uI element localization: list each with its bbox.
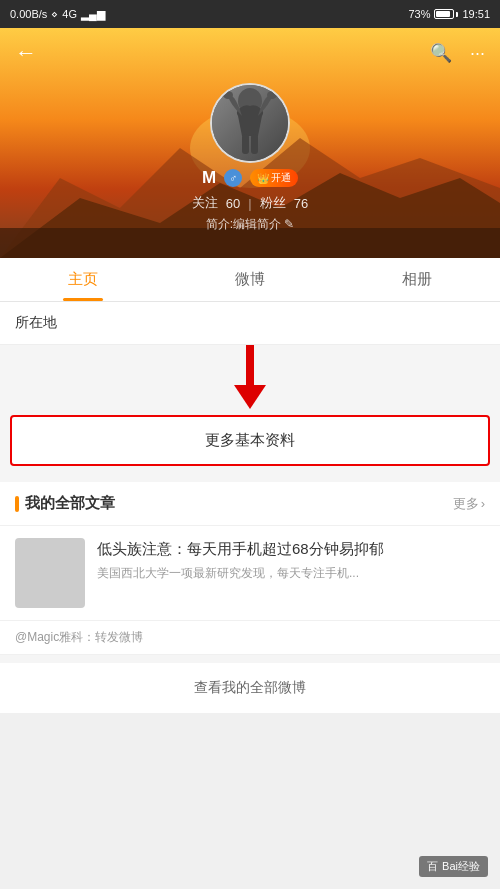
stats-divider: | xyxy=(248,196,251,211)
location-row: 所在地 xyxy=(0,302,500,345)
articles-title-row: 我的全部文章 xyxy=(15,494,115,513)
profile-name: M xyxy=(202,168,216,188)
gender-badge: ♂ xyxy=(224,169,242,187)
profile-header: ← 🔍 ··· xyxy=(0,28,500,258)
fans-count: 76 xyxy=(294,196,308,211)
arrow-annotation xyxy=(234,345,266,409)
baidu-watermark: 百 Bai经验 xyxy=(419,856,488,877)
svg-point-7 xyxy=(267,91,277,99)
arrow-head xyxy=(234,385,266,409)
gender-icon: ♂ xyxy=(229,172,237,184)
avatar-image xyxy=(212,85,288,161)
network-speed: 0.00B/s xyxy=(10,8,47,20)
vip-label: 开通 xyxy=(271,171,291,185)
tab-indicator xyxy=(63,298,103,301)
profile-name-row: M ♂ 👑 开通 xyxy=(202,168,298,188)
stats-row: 关注 60 | 粉丝 76 xyxy=(192,194,308,212)
orange-bar xyxy=(15,496,19,512)
signal-bars: ▂▄▆ xyxy=(81,8,105,21)
wifi-icon: ⋄ xyxy=(51,8,58,21)
follow-label: 关注 xyxy=(192,194,218,212)
avatar[interactable] xyxy=(210,83,290,163)
svg-point-6 xyxy=(223,91,233,99)
article-item[interactable]: 低头族注意：每天用手机超过68分钟易抑郁 美国西北大学一项最新研究发现，每天专注… xyxy=(0,526,500,621)
tabs-container: 主页 微博 相册 xyxy=(0,258,500,302)
baidu-icon: 百 xyxy=(427,859,438,874)
status-right: 73% 19:51 xyxy=(408,8,490,20)
more-chevron: › xyxy=(481,496,485,511)
arrow-body xyxy=(246,345,254,385)
intro-row: 简介:编辑简介 ✎ xyxy=(206,216,295,233)
nav-actions: 🔍 ··· xyxy=(430,42,485,64)
search-button[interactable]: 🔍 xyxy=(430,42,452,64)
follow-count: 60 xyxy=(226,196,240,211)
top-nav: ← 🔍 ··· xyxy=(0,28,500,78)
article-content: 低头族注意：每天用手机超过68分钟易抑郁 美国西北大学一项最新研究发现，每天专注… xyxy=(97,538,485,608)
intro-text: 简介:编辑简介 xyxy=(206,217,281,231)
tab-weibo[interactable]: 微博 xyxy=(167,258,334,301)
avatar-container xyxy=(210,83,290,163)
articles-header: 我的全部文章 更多 › xyxy=(0,482,500,526)
location-label: 所在地 xyxy=(15,314,57,330)
battery-percent: 73% xyxy=(408,8,430,20)
svg-rect-9 xyxy=(251,134,258,154)
articles-title: 我的全部文章 xyxy=(25,494,115,513)
more-info-button[interactable]: 更多基本资料 xyxy=(10,415,490,466)
time: 19:51 xyxy=(462,8,490,20)
article-source: @Magic雅科：转发微博 xyxy=(0,621,500,655)
more-button[interactable]: ··· xyxy=(470,43,485,64)
baidu-label: Bai经验 xyxy=(442,859,480,874)
article-thumbnail xyxy=(15,538,85,608)
view-all-weibo-button[interactable]: 查看我的全部微博 xyxy=(0,663,500,713)
more-info-section: 更多基本资料 xyxy=(0,345,500,474)
article-title: 低头族注意：每天用手机超过68分钟易抑郁 xyxy=(97,538,485,559)
battery-icon xyxy=(434,9,458,19)
svg-rect-8 xyxy=(242,134,249,154)
tab-home[interactable]: 主页 xyxy=(0,258,167,301)
status-bar: 0.00B/s ⋄ 4G ▂▄▆ 73% 19:51 xyxy=(0,0,500,28)
profile-info: M ♂ 👑 开通 关注 60 | 粉丝 76 简介:编辑简介 ✎ xyxy=(0,168,500,233)
articles-section: 我的全部文章 更多 › 低头族注意：每天用手机超过68分钟易抑郁 美国西北大学一… xyxy=(0,482,500,655)
signal-label: 4G xyxy=(62,8,77,20)
tab-album[interactable]: 相册 xyxy=(333,258,500,301)
article-excerpt: 美国西北大学一项最新研究发现，每天专注手机... xyxy=(97,565,485,582)
crown-icon: 👑 xyxy=(257,173,269,184)
more-link[interactable]: 更多 › xyxy=(453,495,485,513)
edit-icon[interactable]: ✎ xyxy=(284,217,294,231)
status-left: 0.00B/s ⋄ 4G ▂▄▆ xyxy=(10,8,105,21)
view-all-label: 查看我的全部微博 xyxy=(194,679,306,695)
vip-badge: 👑 开通 xyxy=(250,169,298,187)
more-info-label: 更多基本资料 xyxy=(205,431,295,448)
content-area: 所在地 更多基本资料 我的全部文章 更多 › 低头族注意：每天 xyxy=(0,302,500,713)
fans-label: 粉丝 xyxy=(260,194,286,212)
more-label: 更多 xyxy=(453,495,479,513)
back-button[interactable]: ← xyxy=(15,40,37,66)
